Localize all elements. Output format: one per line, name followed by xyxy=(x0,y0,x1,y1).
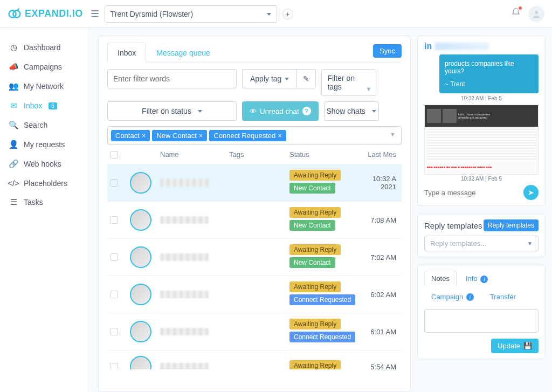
tab-inbox[interactable]: Inbox xyxy=(107,43,146,63)
row-checkbox[interactable] xyxy=(111,363,118,369)
search-icon: 🔍 xyxy=(9,120,18,130)
status-badge: Connect Requested xyxy=(289,294,355,305)
table-row[interactable]: Awaiting ReplyConnect Requested 6:01 AM xyxy=(107,313,402,350)
compose-row: ➤ xyxy=(424,185,539,200)
table-row[interactable]: Awaiting Reply 5:54 AM xyxy=(107,350,402,369)
notes-textarea[interactable] xyxy=(424,309,539,333)
svg-point-1 xyxy=(13,10,20,17)
filter-on-tags-dropdown[interactable]: Filter on tags ▼ xyxy=(321,69,376,96)
main-panel: Inbox Message queue Sync Apply tag ✎ Fil… xyxy=(87,28,416,392)
sidebar-item-placeholders[interactable]: </>Placeholders xyxy=(0,174,87,192)
reply-templates-button[interactable]: Reply templates xyxy=(484,219,539,231)
contact-avatar xyxy=(130,172,151,194)
tab-notes[interactable]: Notes xyxy=(424,271,457,287)
update-button[interactable]: Update 💾 xyxy=(491,339,539,353)
sidebar-item-campaigns[interactable]: 📣Campaigns xyxy=(0,57,87,77)
topbar: EXPANDI.IO ☰ Trent Dyrsmid (Flowster) + xyxy=(0,0,552,28)
conversation-panel: in products companies like yours? ~ Tren… xyxy=(417,36,546,206)
table-row[interactable]: Awaiting ReplyNew Contact 10:32 A2021 xyxy=(107,164,402,202)
hamburger-icon[interactable]: ☰ xyxy=(91,8,99,20)
sidebar-item-my-network[interactable]: 👥My Network xyxy=(0,77,87,96)
contact-avatar xyxy=(130,284,151,305)
tab-campaign[interactable]: Campaign i xyxy=(424,289,481,305)
table-row[interactable]: Awaiting ReplyNew Contact 7:02 AM xyxy=(107,239,402,276)
contact-avatar xyxy=(130,246,151,268)
last-message-time: 7:02 AM xyxy=(360,253,398,262)
chip-remove-icon[interactable]: × xyxy=(142,132,146,140)
sidebar-item-tasks[interactable]: ☰Tasks xyxy=(0,192,87,212)
contact-avatar xyxy=(130,209,151,231)
sidebar-item-search[interactable]: 🔍Search xyxy=(0,115,87,135)
row-checkbox[interactable] xyxy=(111,291,118,298)
wand-icon: ✎ xyxy=(303,74,309,83)
tab-transfer[interactable]: Transfer xyxy=(483,289,523,305)
table-row[interactable]: Awaiting ReplyConnect Requested 6:02 AM xyxy=(107,276,402,313)
sidebar-item-my-requests[interactable]: 👤My requests xyxy=(0,135,87,154)
outgoing-message: products companies like yours? ~ Trent xyxy=(439,54,539,93)
col-name: Name xyxy=(160,150,229,159)
table-row[interactable]: Awaiting ReplyNew Contact 7:08 AM xyxy=(107,202,402,239)
table-header: Name Tags Status Last Mes xyxy=(107,145,402,164)
select-all-checkbox[interactable] xyxy=(111,151,118,159)
status-badge: New Contact xyxy=(289,257,335,268)
code-icon: </> xyxy=(9,178,18,188)
tab-info[interactable]: Info i xyxy=(459,271,495,287)
row-checkbox[interactable] xyxy=(111,253,118,261)
show-chats-dropdown[interactable]: Show chats xyxy=(324,101,379,121)
last-message-time: 7:08 AM xyxy=(360,216,398,224)
chip-remove-icon[interactable]: × xyxy=(278,132,282,140)
row-checkbox[interactable] xyxy=(111,179,118,187)
chevron-down-icon xyxy=(264,10,271,18)
unread-chat-button[interactable]: 👁 Unread chat ? xyxy=(242,101,319,121)
requests-icon: 👤 xyxy=(9,140,18,149)
sidebar-item-web-hooks[interactable]: 🔗Web hooks xyxy=(0,154,87,174)
row-checkbox[interactable] xyxy=(111,328,118,335)
help-icon: ? xyxy=(302,107,311,115)
info-icon: i xyxy=(466,293,474,301)
message-attachment-preview: kids, those companiesalready got acquire… xyxy=(424,105,539,175)
notes-panel: Notes Info i Campaign i Transfer Update … xyxy=(417,265,546,359)
magic-wand-button[interactable]: ✎ xyxy=(296,69,316,88)
tab-message-queue[interactable]: Message queue xyxy=(146,43,220,63)
filter-words-input[interactable] xyxy=(107,69,237,88)
chip-contact[interactable]: Contact × xyxy=(111,130,150,141)
sync-button[interactable]: Sync xyxy=(373,44,402,58)
filter-on-status-dropdown[interactable]: Filter on status xyxy=(107,101,237,121)
message-input[interactable] xyxy=(424,189,519,197)
chevron-down-icon: ▼ xyxy=(527,240,533,246)
status-badge: Awaiting Reply xyxy=(289,319,341,329)
contact-name-redacted xyxy=(160,253,209,261)
account-selector[interactable]: Trent Dyrsmid (Flowster) xyxy=(105,5,277,23)
last-message-time: 6:01 AM xyxy=(360,328,398,336)
message-timestamp: 10:32 AM | Feb 5 xyxy=(424,95,539,101)
apply-tag-dropdown[interactable]: Apply tag xyxy=(242,69,296,88)
sidebar-item-dashboard[interactable]: ◷Dashboard xyxy=(0,38,87,57)
chip-remove-icon[interactable]: × xyxy=(199,132,203,140)
person-icon xyxy=(532,9,541,19)
contact-name-redacted xyxy=(160,291,209,298)
row-checkbox[interactable] xyxy=(111,216,118,224)
chip-new-contact[interactable]: New Contact × xyxy=(152,130,207,141)
status-badge: Awaiting Reply xyxy=(289,170,341,181)
add-account-button[interactable]: + xyxy=(282,9,293,19)
status-badge: Awaiting Reply xyxy=(289,207,341,218)
reply-templates-select[interactable]: Reply templates... ▼ xyxy=(424,236,539,251)
user-avatar-button[interactable] xyxy=(528,6,544,22)
inbox-icon: ✉ xyxy=(9,101,18,111)
col-status: Status xyxy=(289,150,360,159)
send-button[interactable]: ➤ xyxy=(523,185,539,200)
contact-avatar xyxy=(130,321,151,342)
status-badge: Connect Requested xyxy=(289,332,355,342)
last-message-time: 5:54 AM xyxy=(360,363,398,370)
sidebar-item-inbox[interactable]: ✉Inbox6 xyxy=(0,96,87,115)
megaphone-icon: 📣 xyxy=(9,62,18,72)
notifications-button[interactable] xyxy=(511,8,521,20)
chevron-down-icon: ▼ xyxy=(365,86,371,92)
right-column: in products companies like yours? ~ Tren… xyxy=(416,28,552,392)
contact-name-redacted xyxy=(435,43,489,50)
tasks-icon: ☰ xyxy=(9,197,18,207)
svg-point-2 xyxy=(535,11,538,14)
chip-connect-requested[interactable]: Connect Requested × xyxy=(209,130,286,141)
status-filter-chips[interactable]: Contact × New Contact × Connect Requeste… xyxy=(107,126,402,145)
contact-name-redacted xyxy=(160,216,209,224)
